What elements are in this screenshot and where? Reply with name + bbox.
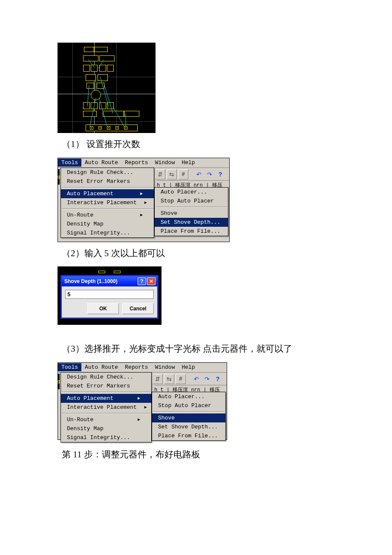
undo-icon[interactable]: ↶ <box>192 374 201 384</box>
shove-depth-dialog: Shove Depth (1..1000) ? ✕ OK Cancel <box>61 275 159 319</box>
auto-placement-submenu: Auto Placer... Stop Auto Placer Shove Se… <box>154 187 228 236</box>
menu-tools[interactable]: Tools <box>58 159 81 167</box>
menu-item-density-map[interactable]: Density Map <box>61 220 154 228</box>
submenu-auto-placer[interactable]: Auto Placer... <box>155 188 228 197</box>
auto-placement-submenu: Auto Placer... Stop Auto Placer Shove Se… <box>152 392 226 441</box>
flip-h-icon[interactable]: ⇵ <box>153 374 163 384</box>
menu-item-signal-integrity[interactable]: Signal Integrity... <box>61 433 151 442</box>
svg-line-8 <box>113 107 124 126</box>
submenu-arrow-icon: ▶ <box>138 417 140 422</box>
dialog-close-icon[interactable]: ✕ <box>147 278 156 285</box>
menu-item-auto-placement[interactable]: Auto Placement▶ <box>61 189 154 198</box>
submenu-place-from-file[interactable]: Place From File... <box>152 431 225 440</box>
submenu-arrow-icon: ▶ <box>140 191 143 196</box>
pcb-canvas <box>58 43 156 133</box>
ruler-edge: g <box>58 169 60 185</box>
undo-icon[interactable]: ↶ <box>194 170 204 179</box>
submenu-arrow-icon: ▶ <box>140 212 143 217</box>
ratsnest-lines <box>58 43 156 133</box>
dialog-titlebar: Shove Depth (1..1000) ? ✕ <box>62 276 157 286</box>
submenu-arrow-icon: ▶ <box>144 200 147 205</box>
submenu-shove[interactable]: Shove <box>155 209 228 218</box>
tools-dropdown: Design Rule Check... Reset Error Markers… <box>61 372 152 442</box>
svg-line-7 <box>99 98 107 126</box>
submenu-stop-auto-placer[interactable]: Stop Auto Placer <box>152 401 225 410</box>
menu-screenshot-set-shove-depth: Tools Auto Route Reports Window Help ⇵ ⇆… <box>58 158 230 242</box>
caption-2: （2）输入 5 次以上都可以 <box>62 246 334 261</box>
menu-item-signal-integrity[interactable]: Signal Integrity... <box>61 228 154 237</box>
shove-depth-input[interactable] <box>65 290 154 299</box>
grid-icon[interactable]: ＃ <box>178 169 188 179</box>
menu-item-interactive-placement[interactable]: Interactive Placement▶ <box>61 198 154 207</box>
submenu-shove[interactable]: Shove <box>152 413 225 422</box>
menu-auto-route[interactable]: Auto Route <box>81 363 121 371</box>
grid-icon[interactable]: ＃ <box>176 374 186 384</box>
menu-screenshot-shove: Tools Auto Route Reports Window Help ⇵ ⇆… <box>58 362 227 440</box>
menu-item-auto-placement[interactable]: Auto Placement▶ <box>61 394 151 403</box>
menu-item-reset-error-markers[interactable]: Reset Error Markers <box>61 177 154 186</box>
tools-dropdown: Design Rule Check... Reset Error Markers… <box>61 168 154 238</box>
menubar: Tools Auto Route Reports Window Help <box>58 363 227 373</box>
ruler-edge: g <box>58 374 60 389</box>
menu-reports[interactable]: Reports <box>121 159 152 167</box>
background-pads <box>61 271 159 273</box>
step-11-text: 第 11 步：调整元器件，布好电路板 <box>62 448 334 462</box>
svg-line-0 <box>88 60 95 68</box>
menu-item-design-rule-check[interactable]: Design Rule Check... <box>61 373 151 382</box>
submenu-arrow-icon: ▶ <box>138 396 140 401</box>
submenu-place-from-file[interactable]: Place From File... <box>155 227 228 236</box>
dialog-title: Shove Depth (1..1000) <box>64 278 118 284</box>
svg-line-4 <box>87 85 89 107</box>
menu-window[interactable]: Window <box>152 159 179 167</box>
submenu-arrow-icon: ▶ <box>144 405 147 410</box>
submenu-stop-auto-placer[interactable]: Stop Auto Placer <box>155 197 228 205</box>
cancel-button[interactable]: Cancel <box>122 303 154 314</box>
menu-help[interactable]: Help <box>178 363 198 371</box>
help-icon[interactable]: ? <box>216 170 225 179</box>
menu-item-design-rule-check[interactable]: Design Rule Check... <box>61 168 154 177</box>
submenu-set-shove-depth[interactable]: Set Shove Depth... <box>155 218 228 227</box>
svg-line-1 <box>98 60 104 68</box>
submenu-set-shove-depth[interactable]: Set Shove Depth... <box>152 422 225 431</box>
redo-icon[interactable]: ↷ <box>202 374 212 384</box>
help-icon[interactable]: ? <box>213 374 222 384</box>
redo-icon[interactable]: ↷ <box>205 170 214 179</box>
flip-v-icon[interactable]: ⇆ <box>167 169 177 179</box>
menu-item-un-route[interactable]: Un-Route▶ <box>61 211 154 220</box>
menu-item-un-route[interactable]: Un-Route▶ <box>61 415 151 424</box>
menu-auto-route[interactable]: Auto Route <box>81 159 121 167</box>
menu-help[interactable]: Help <box>178 159 198 167</box>
flip-h-icon[interactable]: ⇵ <box>155 169 165 179</box>
menu-item-reset-error-markers[interactable]: Reset Error Markers <box>61 382 151 390</box>
menu-window[interactable]: Window <box>152 363 179 371</box>
caption-1: （1） 设置推开次数 <box>62 137 334 152</box>
menubar: Tools Auto Route Reports Window Help <box>58 158 229 168</box>
menu-item-interactive-placement[interactable]: Interactive Placement▶ <box>61 403 151 412</box>
svg-line-6 <box>90 98 96 126</box>
flip-v-icon[interactable]: ⇆ <box>164 374 174 384</box>
svg-line-5 <box>104 85 113 113</box>
ok-button[interactable]: OK <box>87 303 119 314</box>
menu-reports[interactable]: Reports <box>121 363 152 371</box>
menu-tools[interactable]: Tools <box>58 363 81 371</box>
menu-item-density-map[interactable]: Density Map <box>61 424 151 433</box>
dialog-help-icon[interactable]: ? <box>138 278 146 285</box>
caption-3: （3）选择推开，光标变成十字光标 点击元器件，就可以了 <box>62 342 334 356</box>
shove-depth-dialog-wrap: Shove Depth (1..1000) ? ✕ OK Cancel <box>58 266 161 325</box>
submenu-auto-placer[interactable]: Auto Placer... <box>152 392 225 401</box>
svg-line-3 <box>100 77 109 107</box>
